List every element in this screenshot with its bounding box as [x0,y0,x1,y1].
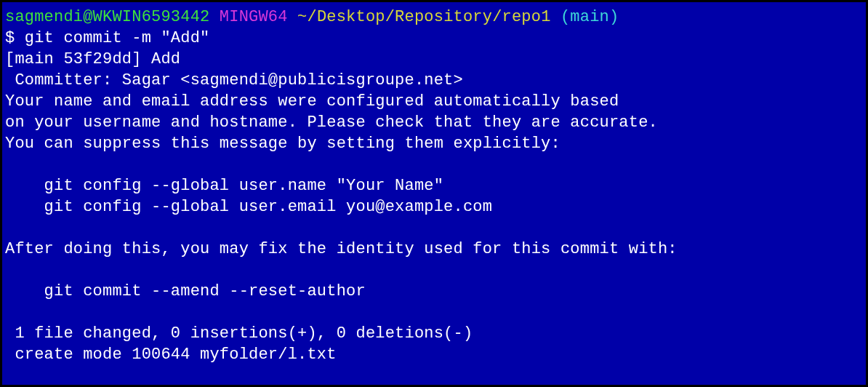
prompt-mingw: MINGW64 [220,8,288,26]
output-line: on your username and hostname. Please ch… [5,113,658,132]
prompt-user-host: sagmendi@WKWIN6593442 [5,8,209,26]
prompt-branch: (main) [560,8,619,26]
output-line: git config --global user.email you@examp… [5,198,492,216]
output-line: git commit --amend --reset-author [5,282,366,300]
output-line: git config --global user.name "Your Name… [5,177,443,195]
output-line: You can suppress this message by setting… [5,135,560,153]
output-line: Committer: Sagar <sagmendi@publicisgroup… [5,71,463,89]
output-line: After doing this, you may fix the identi… [5,240,678,258]
command-line: $ git commit -m "Add" [5,29,209,47]
output-line: Your name and email address were configu… [5,92,619,111]
output-line: 1 file changed, 0 insertions(+), 0 delet… [5,324,473,343]
terminal-window[interactable]: sagmendi@WKWIN6593442 MINGW64 ~/Desktop/… [2,2,866,385]
output-line: [main 53f29dd] Add [5,50,180,68]
output-line: create mode 100644 myfolder/l.txt [5,346,337,364]
prompt-path: ~/Desktop/Repository/repo1 [297,8,550,26]
